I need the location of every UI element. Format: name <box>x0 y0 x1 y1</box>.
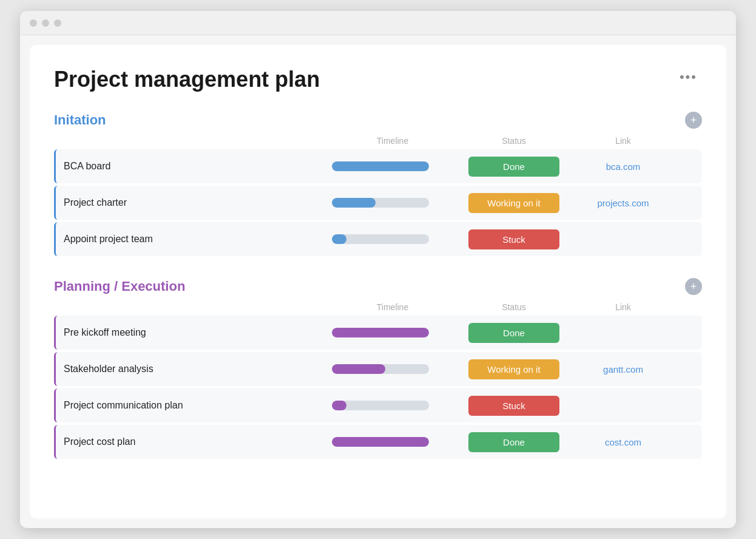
sections-container: Initation+TimelineStatusLinkBCA boardDon… <box>54 112 702 459</box>
status-badge: Done <box>468 157 559 177</box>
progress-bar <box>332 234 429 244</box>
progress-bar <box>332 198 429 208</box>
progress-bar <box>332 161 429 171</box>
page-header: Project management plan ••• <box>54 67 702 92</box>
more-button[interactable]: ••• <box>675 67 702 87</box>
table-header-initiation: TimelineStatusLink <box>54 136 702 149</box>
row-name: Project communication plan <box>64 393 326 418</box>
status-cell[interactable]: Working on it <box>459 359 569 379</box>
page-title: Project management plan <box>54 67 320 92</box>
timeline-cell <box>326 364 459 374</box>
status-cell[interactable]: Done <box>459 323 569 343</box>
status-badge: Stuck <box>468 229 559 249</box>
add-row-button-planning[interactable]: + <box>685 278 702 295</box>
timeline-cell <box>326 401 459 410</box>
progress-fill <box>332 161 429 171</box>
section-title-initiation: Initation <box>54 112 106 128</box>
app-window: Project management plan ••• Initation+Ti… <box>20 11 736 528</box>
section-header-initiation: Initation+ <box>54 112 702 129</box>
progress-fill <box>332 328 429 337</box>
progress-fill <box>332 364 385 374</box>
status-badge: Done <box>468 432 559 452</box>
section-header-planning: Planning / Execution+ <box>54 278 702 295</box>
titlebar <box>20 11 736 35</box>
section-planning: Planning / Execution+TimelineStatusLinkP… <box>54 278 702 459</box>
section-title-planning: Planning / Execution <box>54 279 185 294</box>
status-badge: Working on it <box>468 359 559 379</box>
progress-fill <box>332 437 429 447</box>
main-content: Project management plan ••• Initation+Ti… <box>30 45 726 518</box>
status-cell[interactable]: Done <box>459 157 569 177</box>
row-name: Stakeholder analysis <box>64 356 326 382</box>
status-badge: Stuck <box>468 396 559 416</box>
status-badge: Done <box>468 323 559 343</box>
timeline-cell <box>326 198 459 208</box>
status-cell[interactable]: Stuck <box>459 229 569 249</box>
row-name: Pre kickoff meeting <box>64 320 326 345</box>
timeline-cell <box>326 161 459 171</box>
row-name: Appoint project team <box>64 226 326 252</box>
progress-fill <box>332 198 376 208</box>
table-row: Project communication planStuck <box>54 388 702 422</box>
link-cell[interactable]: projects.com <box>569 198 678 208</box>
timeline-cell <box>326 437 459 447</box>
col-timeline-initiation: Timeline <box>326 136 459 146</box>
table-row: Stakeholder analysisWorking on itgantt.c… <box>54 352 702 386</box>
col-link-initiation: Link <box>569 136 678 146</box>
progress-bar <box>332 364 429 374</box>
table-row: Project cost planDonecost.com <box>54 425 702 459</box>
status-cell[interactable]: Working on it <box>459 193 569 213</box>
timeline-cell <box>326 234 459 244</box>
dot-yellow <box>42 19 49 27</box>
link-cell[interactable]: cost.com <box>569 437 678 447</box>
col-status-initiation: Status <box>459 136 569 146</box>
link-cell[interactable]: bca.com <box>569 161 678 172</box>
col-link-planning: Link <box>569 302 678 312</box>
dot-red <box>30 19 37 27</box>
progress-fill <box>332 234 346 244</box>
row-name: Project charter <box>64 190 326 215</box>
add-row-button-initiation[interactable]: + <box>685 112 702 129</box>
table-row: BCA boardDonebca.com <box>54 149 702 183</box>
status-cell[interactable]: Stuck <box>459 396 569 416</box>
progress-bar <box>332 437 429 447</box>
link-cell[interactable]: gantt.com <box>569 364 678 375</box>
table-row: Project charterWorking on itprojects.com <box>54 186 702 220</box>
section-initiation: Initation+TimelineStatusLinkBCA boardDon… <box>54 112 702 256</box>
row-name: BCA board <box>64 154 326 179</box>
progress-fill <box>332 401 346 410</box>
col-timeline-planning: Timeline <box>326 302 459 312</box>
table-row: Appoint project teamStuck <box>54 222 702 256</box>
dot-green <box>54 19 61 27</box>
row-name: Project cost plan <box>64 429 326 455</box>
table-row: Pre kickoff meetingDone <box>54 316 702 350</box>
col-status-planning: Status <box>459 302 569 312</box>
table-header-planning: TimelineStatusLink <box>54 302 702 316</box>
progress-bar <box>332 401 429 410</box>
status-badge: Working on it <box>468 193 559 213</box>
progress-bar <box>332 328 429 337</box>
status-cell[interactable]: Done <box>459 432 569 452</box>
timeline-cell <box>326 328 459 337</box>
